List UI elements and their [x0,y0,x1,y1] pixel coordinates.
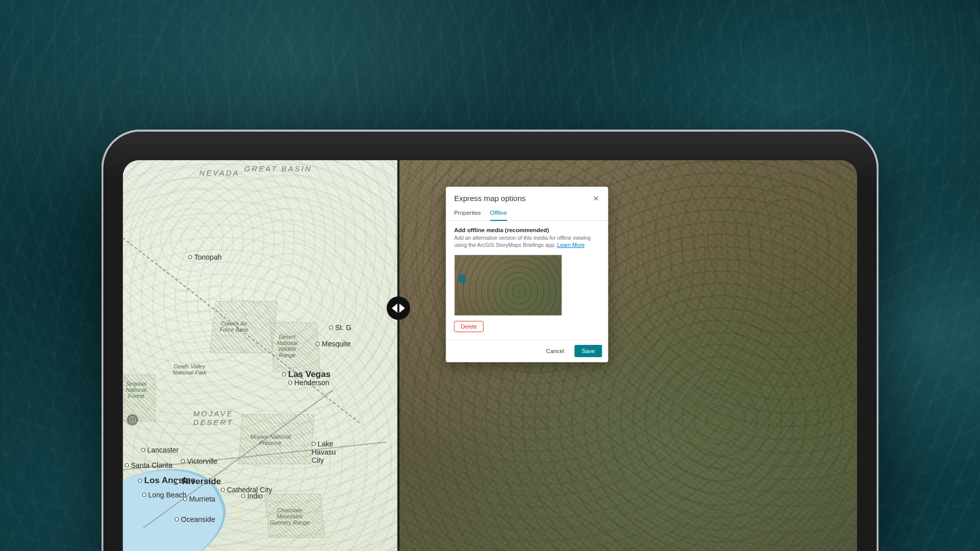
restricted-area [270,322,321,372]
delete-button[interactable]: Delete [454,321,484,332]
close-icon: ✕ [593,195,599,202]
offline-media-thumbnail[interactable] [454,255,562,316]
dialog-tabs: Properties Offline [446,207,608,221]
swipe-map-left-pane[interactable]: NEVADAGREAT BASINMOJAVEDESERTSequoiaNati… [123,160,399,551]
chevron-right-icon [399,304,405,313]
thumbnail-noise [455,255,562,315]
tab-properties[interactable]: Properties [454,210,481,220]
tab-offline[interactable]: Offline [490,210,507,221]
restricted-area [124,374,156,421]
learn-more-link[interactable]: Learn More [557,242,585,248]
tablet-mockup: NEVADAGREAT BASINMOJAVEDESERTSequoiaNati… [102,130,879,551]
restricted-area [264,494,325,538]
tablet-power-button [102,371,103,412]
dialog-title: Express map options [454,194,526,203]
tablet-screen: NEVADAGREAT BASINMOJAVEDESERTSequoiaNati… [123,160,857,551]
offline-section-heading: Add offline media (recommended) [446,221,608,234]
tablet-volume-up-button [195,130,241,131]
swipe-slider-handle[interactable] [386,296,410,320]
save-button[interactable]: Save [574,345,602,357]
dialog-header: Express map options ✕ [446,187,608,207]
cancel-button[interactable]: Cancel [540,345,571,357]
express-map-options-dialog: Express map options ✕ Properties Offline… [446,187,608,362]
map-info-button[interactable]: ⓘ [127,414,138,425]
offline-section-description: Add an alternative version of this media… [446,234,608,253]
close-button[interactable]: ✕ [592,194,600,203]
swipe-divider[interactable] [397,160,399,551]
dialog-footer: Cancel Save [446,339,608,362]
restricted-area [210,301,278,353]
chevron-left-icon [391,304,397,313]
restricted-area [238,414,314,464]
tablet-volume-down-button [250,130,296,131]
